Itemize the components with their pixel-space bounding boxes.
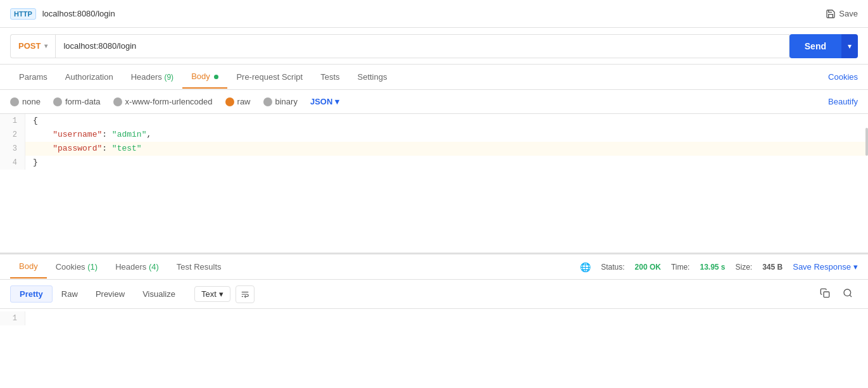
send-button-group: Send ▾ bbox=[789, 34, 858, 58]
wrap-button[interactable] bbox=[236, 285, 255, 303]
body-active-dot bbox=[214, 75, 218, 79]
response-tab-cookies[interactable]: Cookies (1) bbox=[47, 256, 106, 278]
radio-binary bbox=[263, 97, 272, 106]
search-button[interactable] bbox=[838, 285, 858, 303]
editor-line-1: 1 { bbox=[0, 114, 868, 128]
radio-form-data bbox=[53, 97, 62, 106]
request-editor[interactable]: 1 { 2 "username": "admin", 3 "password":… bbox=[0, 114, 868, 253]
tab-settings[interactable]: Settings bbox=[349, 66, 396, 88]
chevron-down-icon: ▾ bbox=[335, 97, 339, 106]
copy-icon bbox=[820, 288, 830, 298]
http-badge: HTTP bbox=[10, 8, 36, 20]
option-none[interactable]: none bbox=[10, 97, 41, 106]
url-input[interactable] bbox=[55, 34, 789, 58]
text-type-select[interactable]: Text ▾ bbox=[194, 286, 230, 302]
method-select[interactable]: POST ▾ bbox=[10, 34, 55, 58]
option-binary[interactable]: binary bbox=[263, 97, 298, 106]
send-dropdown-button[interactable]: ▾ bbox=[841, 34, 858, 58]
tab-params[interactable]: Params bbox=[10, 66, 56, 88]
tab-body[interactable]: Body bbox=[182, 65, 227, 89]
option-url-encoded[interactable]: x-www-form-urlencoded bbox=[113, 97, 213, 106]
option-form-data[interactable]: form-data bbox=[53, 97, 101, 106]
top-bar: HTTP localhost:8080/login Save bbox=[0, 0, 868, 28]
scroll-indicator bbox=[865, 128, 868, 156]
tab-tests[interactable]: Tests bbox=[311, 66, 348, 88]
search-icon bbox=[843, 288, 853, 298]
radio-raw bbox=[225, 97, 234, 106]
response-tab-headers[interactable]: Headers (4) bbox=[106, 256, 168, 278]
save-button-top[interactable]: Save bbox=[826, 9, 858, 19]
top-url: localhost:8080/login bbox=[42, 9, 115, 18]
json-type-select[interactable]: JSON ▾ bbox=[310, 97, 339, 106]
wrap-icon bbox=[241, 290, 249, 299]
cookies-link[interactable]: Cookies bbox=[828, 72, 858, 82]
radio-url-encoded bbox=[113, 97, 122, 106]
editor-line-3: 3 "password": "test" bbox=[0, 142, 868, 156]
response-format-bar: Pretty Raw Preview Visualize Text ▾ bbox=[0, 280, 868, 309]
save-response-button[interactable]: Save Response ▾ bbox=[793, 262, 858, 272]
response-body: 1 bbox=[0, 309, 868, 328]
svg-line-4 bbox=[850, 295, 852, 297]
top-bar-left: HTTP localhost:8080/login bbox=[10, 8, 115, 20]
save-label: Save bbox=[839, 9, 858, 18]
tab-authorization[interactable]: Authorization bbox=[56, 66, 122, 88]
svg-point-3 bbox=[844, 289, 851, 296]
url-bar: POST ▾ Send ▾ bbox=[0, 28, 868, 65]
response-section: Body Cookies (1) Headers (4) Test Result… bbox=[0, 253, 868, 328]
tab-prerequest[interactable]: Pre-request Script bbox=[227, 66, 311, 88]
radio-none bbox=[10, 97, 19, 106]
beautify-button[interactable]: Beautify bbox=[828, 97, 858, 106]
response-status-bar: 🌐 Status: 200 OK Time: 13.95 s Size: 345… bbox=[580, 262, 858, 272]
response-line-1: 1 bbox=[0, 311, 868, 325]
tab-headers[interactable]: Headers (9) bbox=[122, 66, 182, 88]
response-tabs-bar: Body Cookies (1) Headers (4) Test Result… bbox=[0, 254, 868, 280]
send-button[interactable]: Send bbox=[789, 34, 841, 58]
body-options-bar: none form-data x-www-form-urlencoded raw… bbox=[0, 90, 868, 114]
format-tab-preview[interactable]: Preview bbox=[87, 286, 134, 302]
option-raw[interactable]: raw bbox=[225, 97, 251, 106]
save-icon bbox=[826, 9, 836, 19]
editor-line-2: 2 "username": "admin", bbox=[0, 128, 868, 142]
chevron-down-icon: ▾ bbox=[44, 42, 47, 49]
copy-button[interactable] bbox=[815, 285, 835, 303]
format-tab-raw[interactable]: Raw bbox=[53, 286, 87, 302]
response-tab-test-results[interactable]: Test Results bbox=[168, 256, 230, 278]
format-tab-visualize[interactable]: Visualize bbox=[134, 286, 184, 302]
svg-rect-2 bbox=[824, 292, 829, 297]
editor-line-4: 4 } bbox=[0, 156, 868, 170]
request-tabs-bar: Params Authorization Headers (9) Body Pr… bbox=[0, 65, 868, 90]
chevron-down-icon: ▾ bbox=[219, 289, 223, 299]
globe-icon: 🌐 bbox=[580, 262, 591, 272]
format-tab-pretty[interactable]: Pretty bbox=[10, 285, 53, 303]
chevron-down-icon: ▾ bbox=[853, 262, 858, 272]
response-tab-body[interactable]: Body bbox=[10, 255, 47, 278]
method-label: POST bbox=[18, 41, 41, 51]
